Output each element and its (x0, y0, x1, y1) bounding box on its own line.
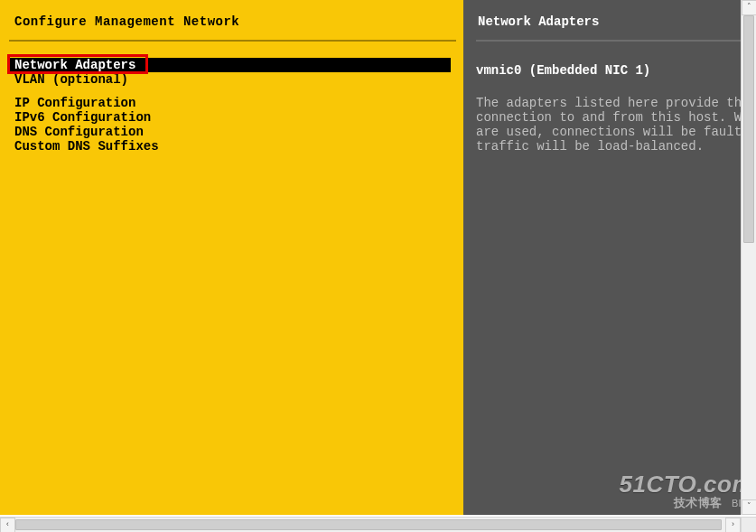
chevron-down-icon: ˅ (747, 503, 751, 511)
right-panel-divider (476, 40, 741, 42)
scroll-up-button[interactable]: ˄ (742, 0, 756, 15)
chevron-up-icon: ˄ (747, 4, 751, 12)
vertical-scroll-track[interactable] (742, 15, 756, 499)
config-menu: Network Adapters VLAN (optional) IP Conf… (9, 58, 456, 154)
horizontal-scroll-thumb[interactable] (15, 519, 722, 530)
menu-item-vlan-optional[interactable]: VLAN (optional) (9, 72, 456, 87)
menu-item-network-adapters[interactable]: Network Adapters (9, 58, 451, 72)
watermark-blog: Blog (732, 498, 741, 509)
menu-item-ipv6-configuration[interactable]: IPv6 Configuration (9, 110, 456, 125)
menu-group-spacer (9, 87, 456, 96)
menu-item-custom-dns-suffixes[interactable]: Custom DNS Suffixes (9, 139, 456, 154)
content-scroll-region: Configure Management Network Network Ada… (0, 0, 741, 515)
horizontal-scrollbar[interactable]: ‹ › (0, 517, 741, 532)
watermark: 51CTO.com 技术博客 Blog (619, 473, 741, 511)
right-panel-subtitle: vmnic0 (Embedded NIC 1) (476, 63, 741, 78)
left-panel-title: Configure Management Network (9, 4, 456, 40)
right-panel-title: Network Adapters (476, 4, 741, 40)
watermark-main: 51CTO.com (619, 473, 741, 495)
scroll-right-button[interactable]: › (725, 518, 741, 532)
watermark-sub: 技术博客 (674, 496, 723, 509)
chevron-right-icon: › (731, 521, 735, 529)
chevron-left-icon: ‹ (5, 521, 10, 529)
content-row: Configure Management Network Network Ada… (0, 0, 741, 515)
vertical-scroll-thumb[interactable] (743, 15, 754, 243)
left-panel-divider (9, 40, 456, 42)
left-panel: Configure Management Network Network Ada… (0, 0, 463, 515)
viewport: Configure Management Network Network Ada… (0, 0, 756, 532)
menu-item-network-adapters-wrap: Network Adapters (9, 58, 456, 72)
menu-item-dns-configuration[interactable]: DNS Configuration (9, 125, 456, 139)
scroll-left-button[interactable]: ‹ (0, 518, 15, 532)
right-panel-description: The adapters listed here provide the con… (476, 96, 741, 154)
vertical-scrollbar[interactable]: ˄ ˅ (741, 0, 756, 515)
horizontal-scroll-track[interactable] (15, 518, 725, 532)
scrollbar-corner (741, 517, 756, 532)
menu-item-ip-configuration[interactable]: IP Configuration (9, 96, 456, 110)
right-panel: Network Adapters vmnic0 (Embedded NIC 1)… (463, 0, 741, 515)
scroll-down-button[interactable]: ˅ (742, 499, 756, 515)
